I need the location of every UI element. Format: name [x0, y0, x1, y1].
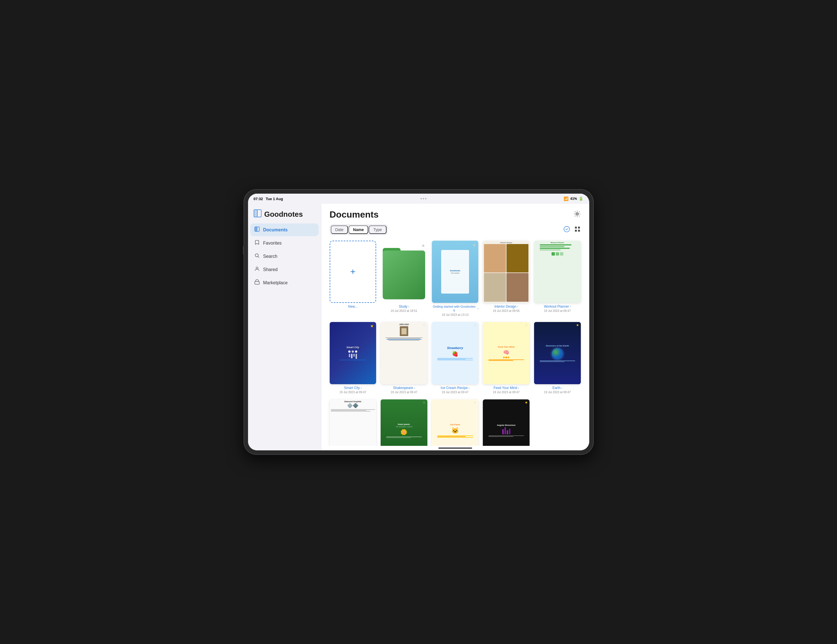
interior-design-item[interactable]: Interior Design Interior Design	[483, 241, 530, 316]
sort-name-button[interactable]: Name	[348, 225, 368, 234]
shakespeare-item[interactable]: ☆ 1564-1616	[381, 322, 427, 394]
view-controls	[563, 226, 581, 234]
feedmind-date: 19 Jul 2023 at 09:47	[493, 390, 520, 394]
sidebar: Goodnotes Documents	[248, 204, 321, 451]
earth-thumbnail[interactable]: ★ Structure of the Earth	[534, 322, 581, 384]
battery-percent: 41%	[570, 197, 577, 201]
sort-date-button[interactable]: Date	[331, 225, 348, 234]
svg-point-11	[576, 213, 579, 215]
svg-point-12	[564, 226, 569, 232]
study-folder-item[interactable]: ★ Study › 19 Jul 2023 at 18:51	[381, 241, 427, 316]
goodnotes-doc-item[interactable]: Goodnotes Get started ★ Getting started …	[432, 241, 479, 316]
sidebar-item-marketplace[interactable]: Marketplace	[250, 276, 319, 289]
sidebar-item-favorites[interactable]: Favorites	[250, 237, 319, 249]
settings-icon[interactable]	[573, 210, 581, 219]
battery-icon: 🔋	[579, 197, 583, 201]
documents-icon	[254, 226, 260, 233]
date: Tue 1 Aug	[266, 197, 283, 201]
status-right: 📶 41% 🔋	[564, 197, 583, 201]
feedmind-thumbnail[interactable]: ☆ Feed Your Mind 🧠	[483, 322, 530, 384]
new-document-item[interactable]: + New...	[330, 241, 376, 316]
icecream-thumbnail[interactable]: ☆ Strawberry 🍓	[432, 322, 479, 384]
sort-type-button[interactable]: Type	[369, 225, 386, 234]
grid-view-icon[interactable]	[574, 226, 581, 234]
shakespeare-date: 19 Jul 2023 at 09:47	[391, 390, 417, 394]
shakespeare-label: Shakespeare ›	[393, 386, 415, 390]
wifi-icon: 📶	[564, 197, 568, 201]
shared-icon	[254, 266, 260, 273]
dot1	[421, 198, 422, 199]
workout-planner-thumbnail[interactable]: Workout Planner	[534, 241, 581, 303]
new-doc-label: New...	[348, 305, 358, 308]
checkmark-icon[interactable]	[563, 226, 570, 234]
sidebar-logo: Goodnotes	[248, 208, 321, 223]
interior-chevron: ›	[517, 305, 518, 308]
icecream-chevron: ›	[468, 387, 469, 390]
status-center	[421, 198, 426, 199]
earth-label: Earth ›	[552, 386, 562, 390]
dot2	[423, 198, 424, 199]
time: 07:32	[254, 197, 263, 201]
interior-design-date: 19 Jul 2023 at 09:55	[493, 309, 520, 313]
diamond-item[interactable]: Diamond Graphite	[330, 400, 376, 446]
sidebar-nav: Documents Favorites	[248, 223, 321, 289]
svg-point-8	[256, 267, 258, 269]
angular-thumbnail[interactable]: ★ Angular Momentum	[483, 400, 530, 446]
app-body: Goodnotes Documents	[248, 204, 589, 451]
earth-date: 19 Jul 2023 at 09:47	[544, 390, 571, 394]
dandelion-thumbnail[interactable]: ☆ Smart plants: The dandelion method 🌼	[381, 400, 427, 446]
shakespeare-thumbnail[interactable]: ☆ 1564-1616	[381, 322, 427, 384]
feedmind-item[interactable]: ☆ Feed Your Mind 🧠	[483, 322, 530, 394]
main-content: Documents Date Na	[321, 204, 589, 451]
sidebar-item-shared[interactable]: Shared	[250, 263, 319, 276]
sidebar-logo-icon	[254, 210, 261, 219]
earth-chevron: ›	[561, 387, 562, 390]
feedmind-chevron: ›	[518, 387, 519, 390]
sidebar-documents-label: Documents	[263, 228, 288, 233]
toolbar: Date Name Type	[321, 223, 589, 238]
svg-line-7	[258, 256, 259, 257]
page-title: Documents	[330, 210, 379, 220]
side-button[interactable]	[243, 246, 244, 254]
documents-grid: + New...	[321, 238, 589, 446]
dot3	[425, 198, 426, 199]
svg-rect-19	[383, 251, 425, 299]
study-folder-label: Study ›	[399, 305, 409, 308]
sidebar-item-search[interactable]: Search	[250, 250, 319, 262]
sidebar-item-documents[interactable]: Documents	[250, 223, 319, 236]
study-chevron: ›	[408, 305, 409, 308]
interior-design-thumbnail[interactable]: Interior Design	[483, 241, 530, 303]
icecream-date: 19 Jul 2023 at 09:47	[442, 390, 468, 394]
icecream-label: Ice Cream Recipe ›	[441, 386, 469, 390]
workout-planner-item[interactable]: Workout Planner	[534, 241, 581, 316]
smart-city-thumbnail[interactable]: ★ Smart City	[330, 322, 376, 384]
icecream-item[interactable]: ☆ Strawberry 🍓 Ice Cr	[432, 322, 479, 394]
workout-planner-label: Workout Planner ›	[544, 305, 571, 308]
ipad-screen: 07:32 Tue 1 Aug 📶 41% 🔋	[248, 193, 589, 451]
sidebar-marketplace-label: Marketplace	[263, 280, 288, 285]
goodnotes-chevron: ›	[478, 307, 478, 310]
earth-item[interactable]: ★ Structure of the Earth Earth	[534, 322, 581, 394]
dandelion-item[interactable]: ☆ Smart plants: The dandelion method 🌼	[381, 400, 427, 446]
smart-city-date: 19 Jul 2023 at 09:47	[340, 390, 366, 394]
study-folder-thumbnail[interactable]: ★	[381, 241, 427, 303]
angular-item[interactable]: ★ Angular Momentum	[483, 400, 530, 446]
cat-thumbnail[interactable]: ☆ Cat Facts 🐱	[432, 400, 479, 446]
status-left: 07:32 Tue 1 Aug	[254, 197, 283, 201]
svg-rect-3	[255, 227, 257, 231]
ipad-frame: 07:32 Tue 1 Aug 📶 41% 🔋	[244, 190, 593, 454]
goodnotes-doc-date: 19 Jul 2023 at 13:13	[442, 313, 468, 316]
shakespeare-chevron: ›	[414, 387, 415, 390]
new-doc-thumbnail[interactable]: +	[330, 241, 376, 303]
cat-item[interactable]: ☆ Cat Facts 🐱 Cat - F	[432, 400, 479, 446]
svg-point-10	[576, 213, 578, 215]
study-folder-date: 19 Jul 2023 at 18:51	[391, 309, 417, 313]
diamond-thumbnail[interactable]: Diamond Graphite	[330, 400, 376, 446]
plus-icon: +	[350, 267, 356, 277]
header-actions	[573, 210, 581, 219]
smart-city-art: ★ Smart City	[330, 322, 376, 384]
main-header: Documents	[321, 204, 589, 223]
goodnotes-thumbnail[interactable]: Goodnotes Get started ★	[432, 241, 479, 303]
workout-chevron: ›	[570, 305, 571, 308]
smart-city-item[interactable]: ★ Smart City	[330, 322, 376, 394]
